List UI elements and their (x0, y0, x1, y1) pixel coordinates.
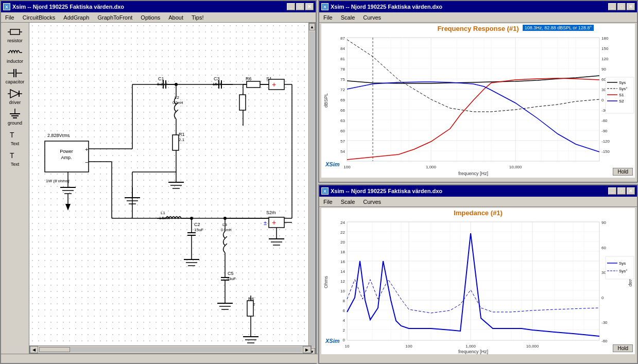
freq-menubar: File Scale Curves (319, 12, 637, 23)
svg-text:2: 2 (343, 328, 346, 333)
sidebar-item-text1[interactable]: T Text (2, 128, 28, 147)
svg-text:Ohms: Ohms (323, 276, 329, 289)
freq-titlebar: X Xsim -- Njord 190225 Faktiska värden.d… (319, 1, 637, 12)
svg-text:72: 72 (340, 88, 345, 92)
freq-response-chart: 87 84 81 78 75 72 69 66 63 60 57 54 dBSP… (321, 33, 635, 178)
svg-text:75: 75 (340, 77, 345, 82)
freq-menu-curves[interactable]: Curves (361, 14, 383, 21)
hscroll-right-button[interactable]: ▶ (303, 346, 311, 353)
imp-menu-file[interactable]: File (321, 198, 335, 205)
circuit-hscroll[interactable]: ◀ ▶ (29, 345, 312, 354)
svg-text:10: 10 (340, 289, 345, 293)
svg-text:2.828Vrms: 2.828Vrms (47, 133, 70, 138)
sidebar-item-inductor[interactable]: inductor (2, 45, 28, 65)
capacitor-icon (7, 67, 23, 79)
imp-menu-curves[interactable]: Curves (361, 198, 383, 205)
canvas-dots: Power Amp. + − 2.828Vrms 1W (8 ohms) (29, 23, 312, 356)
sidebar-item-driver[interactable]: driver (2, 86, 28, 106)
svg-text:4: 4 (343, 318, 346, 323)
freq-window-controls: _ □ ✕ (608, 3, 635, 10)
imp-xsim-label: XSim (325, 338, 340, 344)
svg-text:0: 0 (601, 296, 604, 300)
svg-rect-208 (347, 222, 599, 340)
svg-text:0.1mH: 0.1mH (221, 228, 232, 232)
freq-hold-button[interactable]: Hold (613, 168, 633, 176)
menu-circuitblocks[interactable]: CircuitBlocks (21, 14, 58, 21)
svg-text:1W (8 ohms): 1W (8 ohms) (46, 179, 70, 183)
imp-close-button[interactable]: ✕ (627, 187, 635, 195)
circuit-statusbar (1, 354, 318, 363)
vscroll-up-button[interactable]: ▲ (309, 23, 315, 30)
hscroll-left-button[interactable]: ◀ (30, 346, 38, 353)
minimize-button[interactable]: _ (287, 3, 295, 10)
menu-tips[interactable]: Tips! (189, 14, 205, 21)
svg-text:L2: L2 (175, 95, 179, 100)
freq-menu-file[interactable]: File (321, 14, 335, 21)
driver-icon (7, 88, 23, 100)
svg-text:6: 6 (343, 308, 346, 313)
imp-menu-scale[interactable]: Scale (339, 198, 357, 205)
text2-icon: T (7, 149, 23, 162)
svg-text:frequency [Hz]: frequency [Hz] (458, 171, 488, 176)
menu-about[interactable]: About (166, 14, 185, 21)
menu-file[interactable]: File (3, 14, 16, 21)
svg-text:±: ± (264, 220, 267, 226)
freq-maximize-button[interactable]: □ (617, 3, 626, 10)
menu-options[interactable]: Options (139, 14, 162, 21)
svg-text:T: T (10, 131, 14, 139)
svg-text:100: 100 (343, 165, 351, 169)
menu-graphtofront[interactable]: GraphToFront (95, 14, 134, 21)
sidebar: resistor inductor (1, 23, 29, 354)
imp-chart-title: Impedance (#1) (321, 208, 635, 218)
freq-chart-container: Frequency Response (#1) 108.3Hz, 82.88 d… (321, 24, 635, 178)
freq-titlebar-left: X Xsim -- Njord 190225 Faktiska värden.d… (321, 3, 442, 10)
vscroll-track[interactable] (309, 31, 315, 347)
sidebar-item-text2[interactable]: T Text (2, 148, 28, 168)
hscroll-thumb[interactable] (39, 347, 70, 352)
freq-menu-scale[interactable]: Scale (339, 14, 357, 21)
svg-text:8: 8 (343, 299, 346, 303)
text1-icon: T (7, 129, 23, 141)
svg-text:R1: R1 (179, 132, 185, 137)
svg-text:10: 10 (345, 344, 350, 349)
menu-addgraph[interactable]: AddGraph (61, 14, 91, 21)
hscroll-track[interactable] (39, 347, 302, 352)
svg-text:-30: -30 (601, 320, 608, 325)
titlebar-left: X Xsim -- Njord 190225 Faktiska värden.d… (3, 3, 124, 10)
svg-text:69: 69 (340, 98, 345, 102)
svg-text:-60: -60 (601, 339, 608, 343)
svg-text:15uF: 15uF (194, 228, 203, 232)
close-button[interactable]: ✕ (305, 3, 314, 10)
sidebar-item-ground[interactable]: ground (2, 107, 28, 127)
svg-text:-150: -150 (601, 149, 610, 154)
maximize-button[interactable]: □ (296, 3, 304, 10)
ground-icon (7, 108, 23, 120)
svg-text:66: 66 (340, 108, 345, 113)
svg-rect-74 (239, 95, 246, 110)
imp-minimize-button[interactable]: _ (608, 187, 616, 195)
circuit-window-controls: _ □ ✕ (287, 3, 314, 10)
imp-maximize-button[interactable]: □ (617, 187, 626, 195)
imp-titlebar: X Xsim -- Njord 190225 Faktiska värden.d… (319, 185, 637, 197)
freq-close-button[interactable]: ✕ (627, 3, 635, 10)
freq-title: Xsim -- Njord 190225 Faktiska värden.dxo (331, 4, 442, 10)
svg-text:90: 90 (601, 220, 606, 225)
svg-text:1,000: 1,000 (426, 165, 437, 169)
svg-rect-54 (247, 81, 260, 88)
sidebar-item-capacitor[interactable]: capacitor (2, 66, 28, 85)
svg-text:84: 84 (340, 46, 345, 51)
svg-text:63: 63 (340, 118, 345, 123)
impedance-chart: 24 22 20 18 16 14 12 10 8 6 4 2 0 Ohms 9… (321, 218, 635, 354)
svg-text:12: 12 (340, 279, 345, 284)
imp-menubar: File Scale Curves (319, 197, 637, 207)
svg-text:180: 180 (601, 36, 609, 41)
imp-hold-button[interactable]: Hold (613, 344, 633, 352)
svg-text:78: 78 (340, 67, 345, 72)
inductor-icon (7, 46, 23, 59)
svg-text:+: + (272, 218, 276, 227)
circuit-vscroll[interactable]: ▲ ▼ (308, 23, 316, 356)
sidebar-item-resistor[interactable]: resistor (2, 25, 28, 44)
freq-minimize-button[interactable]: _ (608, 3, 616, 10)
circuit-canvas[interactable]: Power Amp. + − 2.828Vrms 1W (8 ohms) (29, 23, 312, 356)
freq-response-window: X Xsim -- Njord 190225 Faktiska värden.d… (318, 0, 638, 183)
